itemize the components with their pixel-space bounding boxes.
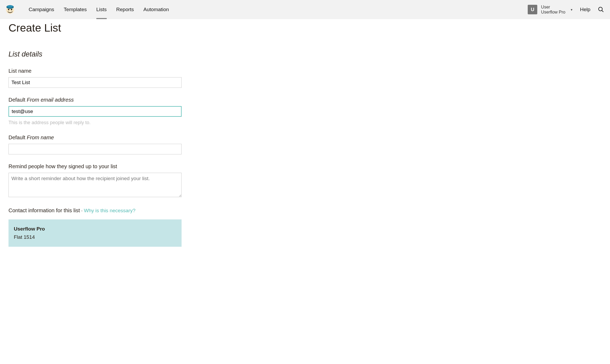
field-list-name: List name — [8, 68, 182, 88]
label-list-name: List name — [8, 68, 182, 74]
label-from-email: Default From email address — [8, 97, 182, 103]
label-from-name-prefix: Default — [8, 135, 27, 140]
input-from-email[interactable] — [8, 106, 182, 117]
contact-line-1: Flat 1514 — [14, 233, 176, 241]
field-reminder: Remind people how they signed up to your… — [8, 163, 182, 198]
page-title: Create List — [8, 22, 602, 34]
top-navigation-bar: Campaigns Templates Lists Reports Automa… — [0, 0, 610, 19]
chevron-down-icon: ▾ — [571, 8, 573, 12]
contact-separator: · — [80, 208, 84, 213]
svg-point-5 — [599, 7, 602, 11]
contact-org: Userflow Pro — [14, 225, 176, 233]
user-org: Userflow Pro — [541, 10, 565, 15]
user-texts: User Userflow Pro — [541, 5, 565, 15]
user-menu[interactable]: U User Userflow Pro ▾ — [528, 5, 573, 15]
user-avatar: U — [528, 5, 537, 14]
topbar-right: U User Userflow Pro ▾ Help — [528, 5, 604, 15]
label-reminder: Remind people how they signed up to your… — [8, 163, 182, 170]
contact-header: Contact information for this list — [8, 207, 80, 213]
label-from-name: Default From name — [8, 135, 182, 141]
help-link[interactable]: Help — [580, 7, 590, 12]
nav-templates[interactable]: Templates — [59, 0, 92, 19]
contact-section: Contact information for this list · Why … — [8, 207, 602, 247]
label-from-email-prefix: Default — [8, 97, 27, 103]
label-from-email-italic: From email address — [27, 97, 74, 103]
field-from-email: Default From email address This is the a… — [8, 97, 182, 125]
primary-nav: Campaigns Templates Lists Reports Automa… — [24, 0, 174, 19]
why-necessary-link[interactable]: Why is this necessary? — [84, 208, 135, 213]
svg-point-4 — [11, 9, 12, 10]
nav-lists[interactable]: Lists — [92, 0, 111, 19]
svg-point-3 — [8, 9, 10, 10]
section-title-list-details: List details — [8, 50, 602, 58]
search-icon[interactable] — [598, 6, 604, 13]
helper-from-email: This is the address people will reply to… — [8, 120, 182, 125]
user-name: User — [541, 5, 565, 10]
nav-automation[interactable]: Automation — [139, 0, 174, 19]
label-from-name-italic: From name — [27, 135, 54, 140]
svg-line-6 — [602, 10, 603, 12]
textarea-reminder[interactable] — [8, 173, 182, 197]
input-list-name[interactable] — [8, 77, 182, 88]
input-from-name[interactable] — [8, 144, 182, 154]
nav-campaigns[interactable]: Campaigns — [24, 0, 59, 19]
svg-point-2 — [7, 5, 13, 8]
contact-info-box: Userflow Pro Flat 1514 — [8, 219, 182, 247]
page-body: Create List List details List name Defau… — [0, 19, 610, 257]
field-from-name: Default From name — [8, 135, 182, 154]
nav-reports[interactable]: Reports — [111, 0, 139, 19]
mailchimp-logo[interactable] — [4, 4, 16, 15]
